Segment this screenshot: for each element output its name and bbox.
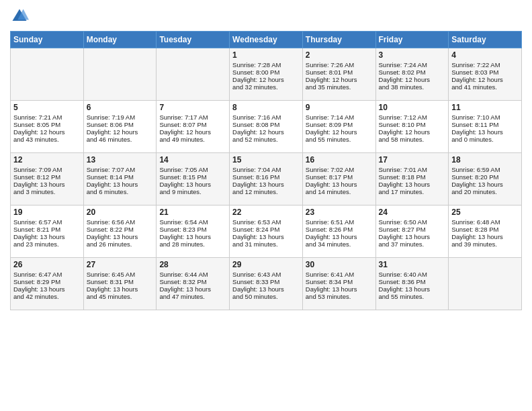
day-info-line: Sunset: 8:23 PM <box>159 226 226 233</box>
day-info-line: Sunrise: 6:57 AM <box>13 218 81 226</box>
day-info-line: Daylight: 13 hours <box>451 233 519 240</box>
calendar-cell: 14Sunrise: 7:05 AMSunset: 8:15 PMDayligh… <box>157 153 230 205</box>
day-number: 23 <box>306 208 373 217</box>
day-info-line: and 28 minutes. <box>159 240 226 248</box>
day-info-line: and 41 minutes. <box>451 83 519 91</box>
day-info-line: Daylight: 12 hours <box>87 128 154 136</box>
day-info-line: Sunrise: 7:07 AM <box>87 166 154 173</box>
day-number: 20 <box>87 208 154 217</box>
day-info-line: Sunrise: 7:02 AM <box>306 166 373 173</box>
calendar-cell: 11Sunrise: 7:10 AMSunset: 8:11 PMDayligh… <box>449 101 522 153</box>
calendar-cell: 29Sunrise: 6:43 AMSunset: 8:33 PMDayligh… <box>230 258 303 310</box>
day-info-line: Daylight: 13 hours <box>232 233 300 240</box>
calendar-row-0: 1Sunrise: 7:28 AMSunset: 8:00 PMDaylight… <box>11 48 522 101</box>
day-number: 9 <box>306 103 373 112</box>
day-info-line: Sunset: 8:05 PM <box>13 121 81 128</box>
day-info-line: and 17 minutes. <box>379 188 446 195</box>
day-info-line: Sunrise: 7:12 AM <box>379 113 446 121</box>
day-info-line: Sunset: 8:11 PM <box>451 121 519 128</box>
day-info-line: Sunset: 8:34 PM <box>306 278 373 285</box>
header-cell-friday: Friday <box>375 32 449 48</box>
day-info-line: Sunset: 8:08 PM <box>232 121 300 128</box>
day-info-line: and 23 minutes. <box>13 240 81 248</box>
day-number: 3 <box>379 50 446 60</box>
calendar-row-4: 26Sunrise: 6:47 AMSunset: 8:29 PMDayligh… <box>11 258 522 310</box>
calendar-cell: 2Sunrise: 7:26 AMSunset: 8:01 PMDaylight… <box>302 48 375 101</box>
calendar-cell: 15Sunrise: 7:04 AMSunset: 8:16 PMDayligh… <box>230 153 303 205</box>
calendar-cell: 20Sunrise: 6:56 AMSunset: 8:22 PMDayligh… <box>83 205 157 258</box>
calendar-cell: 7Sunrise: 7:17 AMSunset: 8:07 PMDaylight… <box>157 101 230 153</box>
day-number: 28 <box>159 260 226 269</box>
day-info-line: and 31 minutes. <box>232 240 300 248</box>
day-info-line: Daylight: 12 hours <box>232 128 300 136</box>
day-info-line: Sunrise: 7:26 AM <box>306 61 373 68</box>
day-info-line: Sunset: 8:27 PM <box>379 226 446 233</box>
day-info-line: Daylight: 12 hours <box>379 76 446 83</box>
calendar-cell: 8Sunrise: 7:16 AMSunset: 8:08 PMDaylight… <box>230 101 303 153</box>
day-info-line: Sunset: 8:01 PM <box>306 68 373 76</box>
day-number: 5 <box>13 103 81 112</box>
day-number: 12 <box>13 155 81 165</box>
day-number: 15 <box>232 155 300 165</box>
day-info-line: and 42 minutes. <box>13 293 81 300</box>
day-info-line: and 26 minutes. <box>87 240 154 248</box>
day-number: 27 <box>87 260 154 269</box>
day-info-line: Sunset: 8:31 PM <box>87 278 154 285</box>
day-number: 21 <box>159 208 226 217</box>
day-info-line: and 53 minutes. <box>306 293 373 300</box>
day-info-line: and 47 minutes. <box>159 293 226 300</box>
day-info-line: Daylight: 13 hours <box>13 233 81 240</box>
day-info-line: Sunset: 8:26 PM <box>306 226 373 233</box>
day-number: 2 <box>306 50 373 60</box>
day-info-line: Daylight: 12 hours <box>159 128 226 136</box>
logo <box>10 7 31 26</box>
day-info-line: Sunset: 8:17 PM <box>306 173 373 181</box>
day-info-line: Daylight: 12 hours <box>451 76 519 83</box>
day-info-line: Sunrise: 6:59 AM <box>451 166 519 173</box>
day-info-line: Sunrise: 7:04 AM <box>232 166 300 173</box>
day-info-line: Sunrise: 6:50 AM <box>379 218 446 226</box>
day-info-line: Sunset: 8:02 PM <box>379 68 446 76</box>
day-number: 29 <box>232 260 300 269</box>
day-info-line: Daylight: 13 hours <box>87 233 154 240</box>
day-info-line: Sunrise: 6:43 AM <box>232 271 300 278</box>
day-info-line: and 35 minutes. <box>306 83 373 91</box>
day-number: 30 <box>306 260 373 269</box>
day-number: 8 <box>232 103 300 112</box>
day-info-line: Daylight: 12 hours <box>306 76 373 83</box>
calendar-row-3: 19Sunrise: 6:57 AMSunset: 8:21 PMDayligh… <box>11 205 522 258</box>
day-info-line: Daylight: 13 hours <box>306 181 373 188</box>
day-info-line: Daylight: 12 hours <box>13 128 81 136</box>
day-info-line: Sunset: 8:07 PM <box>159 121 226 128</box>
calendar-cell: 27Sunrise: 6:45 AMSunset: 8:31 PMDayligh… <box>83 258 157 310</box>
day-info-line: and 45 minutes. <box>87 293 154 300</box>
day-info-line: Sunset: 8:32 PM <box>159 278 226 285</box>
day-info-line: Sunset: 8:00 PM <box>232 68 300 76</box>
day-info-line: Sunrise: 6:44 AM <box>159 271 226 278</box>
calendar-cell: 13Sunrise: 7:07 AMSunset: 8:14 PMDayligh… <box>83 153 157 205</box>
day-info-line: Sunrise: 6:41 AM <box>306 271 373 278</box>
day-info-line: Daylight: 12 hours <box>306 128 373 136</box>
day-info-line: and 34 minutes. <box>306 240 373 248</box>
day-info-line: Sunrise: 6:40 AM <box>379 271 446 278</box>
day-info-line: Sunrise: 7:19 AM <box>87 113 154 121</box>
day-number: 16 <box>306 155 373 165</box>
day-info-line: and 55 minutes. <box>306 136 373 143</box>
day-info-line: Sunset: 8:33 PM <box>232 278 300 285</box>
day-info-line: and 32 minutes. <box>232 83 300 91</box>
day-info-line: and 55 minutes. <box>379 293 446 300</box>
calendar-cell: 28Sunrise: 6:44 AMSunset: 8:32 PMDayligh… <box>157 258 230 310</box>
header-cell-wednesday: Wednesday <box>230 32 303 48</box>
calendar-cell: 1Sunrise: 7:28 AMSunset: 8:00 PMDaylight… <box>230 48 303 101</box>
day-number: 18 <box>451 155 519 165</box>
header-cell-tuesday: Tuesday <box>157 32 230 48</box>
day-info-line: Daylight: 13 hours <box>306 285 373 293</box>
calendar-cell: 30Sunrise: 6:41 AMSunset: 8:34 PMDayligh… <box>302 258 375 310</box>
calendar-row-1: 5Sunrise: 7:21 AMSunset: 8:05 PMDaylight… <box>11 101 522 153</box>
day-info-line: Daylight: 13 hours <box>306 233 373 240</box>
day-info-line: Sunrise: 7:21 AM <box>13 113 81 121</box>
day-info-line: Sunset: 8:10 PM <box>379 121 446 128</box>
calendar-cell: 3Sunrise: 7:24 AMSunset: 8:02 PMDaylight… <box>375 48 449 101</box>
calendar-cell <box>83 48 157 101</box>
header-row: SundayMondayTuesdayWednesdayThursdayFrid… <box>11 32 522 48</box>
